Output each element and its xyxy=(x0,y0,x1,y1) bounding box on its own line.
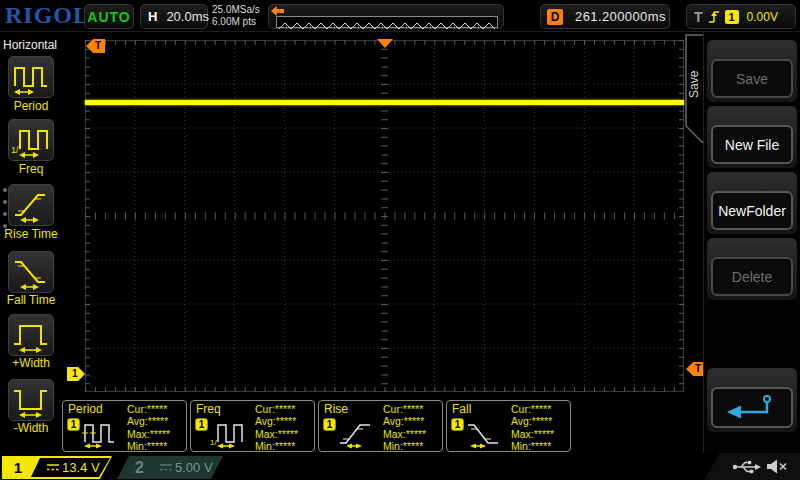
channel2-scale: 5.00 V xyxy=(175,460,213,475)
measurement-panel-fall: Fall 1 Cur:***** Avg:***** Max:***** Min… xyxy=(446,400,571,452)
measurement-source-badge: 1 xyxy=(195,418,208,431)
measure-avg: Avg:***** xyxy=(383,415,426,427)
trigger-delay-box[interactable]: D 261.200000ms xyxy=(540,4,670,29)
fall-time-icon xyxy=(10,252,52,292)
menu-page-dot xyxy=(3,212,7,216)
rigol-logo: RIGOL xyxy=(5,2,90,29)
measurement-name: Period xyxy=(68,402,103,416)
delay-value: 261.200000ms xyxy=(575,9,666,24)
measure-cur: Cur:***** xyxy=(127,403,170,415)
timebase-value: 20.0ms xyxy=(166,9,209,24)
measure-label-freq: Freq xyxy=(0,162,62,176)
rise-time-icon xyxy=(10,185,52,225)
run-status-badge: AUTO xyxy=(84,4,134,29)
fall-meas-icon xyxy=(466,417,502,449)
measure-item-fall-time[interactable] xyxy=(8,251,54,293)
measurement-source-badge: 1 xyxy=(323,418,336,431)
measurement-source-badge: 1 xyxy=(67,418,80,431)
channel1-status[interactable]: 1 13.4 V xyxy=(2,456,112,479)
menu-tab-label: Save xyxy=(687,52,703,116)
save-button[interactable]: Save xyxy=(711,59,793,98)
memory-depth: 6.00M pts xyxy=(212,16,260,28)
measure-label-rise-time: Rise Time xyxy=(0,227,62,241)
new-file-button[interactable]: New File xyxy=(711,125,793,164)
measure-avg: Avg:***** xyxy=(127,415,170,427)
measure-min: Min:***** xyxy=(255,440,298,452)
measurement-values: Cur:***** Avg:***** Max:***** Min:***** xyxy=(255,403,298,452)
trigger-status-box[interactable]: T 1 0.00V xyxy=(686,4,796,29)
new-folder-button[interactable]: NewFolder xyxy=(711,191,793,230)
softkey-new-file[interactable]: New File xyxy=(707,106,797,168)
delete-button[interactable]: Delete xyxy=(711,257,793,296)
back-button[interactable] xyxy=(711,387,793,428)
measure-min: Min:***** xyxy=(127,440,170,452)
freq-meas-icon: 1/ xyxy=(210,417,246,449)
menu-page-dot xyxy=(3,224,7,228)
freq-icon: 1/ xyxy=(10,120,52,160)
channel1-waveform-trace xyxy=(85,100,684,105)
menu-page-dot xyxy=(3,200,7,204)
channel1-scale: 13.4 V xyxy=(62,460,100,475)
left-measure-menu: Horizontal Period 1/ Freq xyxy=(0,32,62,455)
trigger-center-marker-icon[interactable] xyxy=(377,39,393,48)
softkey-back[interactable] xyxy=(707,368,797,432)
period-meas-icon xyxy=(82,417,118,449)
measure-item-minus-width[interactable] xyxy=(8,379,54,421)
measurement-name: Rise xyxy=(324,402,348,416)
softkey-new-folder[interactable]: NewFolder xyxy=(707,172,797,234)
waveform-preview-strip xyxy=(276,16,498,28)
measure-max: Max:***** xyxy=(511,428,554,440)
channel1-ground-level-marker[interactable]: 1 xyxy=(67,367,85,381)
measurement-source-badge: 1 xyxy=(451,418,464,431)
menu-page-dot xyxy=(3,188,7,192)
measurement-values: Cur:***** Avg:***** Max:***** Min:***** xyxy=(511,403,554,452)
trigger-label: T xyxy=(694,9,703,25)
trigger-offscreen-arrow-icon xyxy=(271,6,284,16)
measure-avg: Avg:***** xyxy=(511,415,554,427)
return-arrow-icon xyxy=(717,392,787,424)
measure-cur: Cur:***** xyxy=(383,403,426,415)
dc-coupling-icon xyxy=(159,463,173,472)
measure-item-period[interactable] xyxy=(8,56,54,98)
oscilloscope-screen: RIGOL AUTO H 20.0ms 25.0MSa/s 6.00M pts … xyxy=(0,0,800,480)
softkey-save[interactable]: Save xyxy=(707,40,797,102)
dc-coupling-icon xyxy=(46,463,60,472)
trigger-slope-rising-icon xyxy=(708,9,720,24)
graticule xyxy=(85,40,684,392)
channel1-status-body: 1 13.4 V xyxy=(4,458,110,477)
channel1-number: 1 xyxy=(4,458,40,477)
softkey-delete[interactable]: Delete xyxy=(707,238,797,300)
measure-item-rise-time[interactable] xyxy=(8,184,54,226)
measure-min: Min:***** xyxy=(511,440,554,452)
svg-text:1/: 1/ xyxy=(210,438,217,447)
channel2-number: 2 xyxy=(135,456,144,479)
measure-cur: Cur:***** xyxy=(255,403,298,415)
timebase-label: H xyxy=(148,9,157,24)
period-icon xyxy=(10,57,52,97)
top-status-bar: RIGOL AUTO H 20.0ms 25.0MSa/s 6.00M pts … xyxy=(0,0,800,32)
acquisition-info: 25.0MSa/s 6.00M pts xyxy=(212,4,260,28)
run-status-text: AUTO xyxy=(87,9,130,25)
trigger-source-badge: 1 xyxy=(725,10,739,24)
left-menu-title: Horizontal xyxy=(3,38,57,52)
timebase-box[interactable]: H 20.0ms xyxy=(140,4,208,29)
measure-label-minus-width: -Width xyxy=(0,421,62,435)
measure-item-freq[interactable]: 1/ xyxy=(8,119,54,161)
measure-avg: Avg:***** xyxy=(255,415,298,427)
measure-label-period: Period xyxy=(0,99,62,113)
preview-waveform-icon xyxy=(277,21,497,31)
speaker-muted-icon xyxy=(766,459,788,474)
waveform-preview-box[interactable] xyxy=(268,4,504,29)
delay-badge: D xyxy=(547,9,563,25)
measurement-name: Freq xyxy=(196,402,221,416)
svg-text:1/: 1/ xyxy=(11,145,19,155)
usb-icon xyxy=(732,459,762,474)
measurement-values: Cur:***** Avg:***** Max:***** Min:***** xyxy=(127,403,170,452)
system-status-tray xyxy=(704,453,800,480)
measure-item-plus-width[interactable] xyxy=(8,314,54,356)
measure-max: Max:***** xyxy=(255,428,298,440)
measurement-panel-rise: Rise 1 Cur:***** Avg:***** Max:***** Min… xyxy=(318,400,443,452)
measurement-panel-freq: Freq 1 1/ Cur:***** Avg:***** Max:***** … xyxy=(190,400,315,452)
measurement-panel-period: Period 1 Cur:***** Avg:***** Max:***** M… xyxy=(62,400,187,452)
channel2-status[interactable]: 2 5.00 V xyxy=(117,456,223,479)
